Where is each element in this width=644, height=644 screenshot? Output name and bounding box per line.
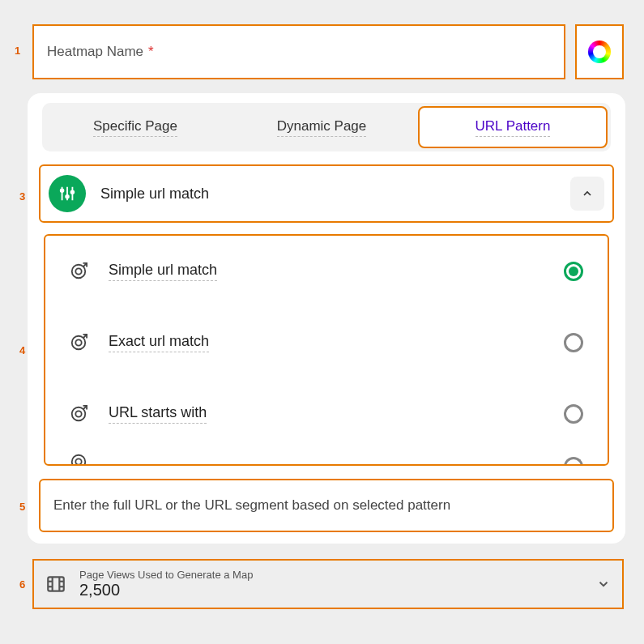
target-icon: [70, 334, 87, 352]
chevron-up-icon: [570, 177, 604, 211]
marker-1: 1: [15, 45, 20, 57]
marker-3: 3: [19, 190, 25, 203]
required-asterisk: *: [148, 44, 154, 60]
heatmap-name-input[interactable]: Heatmap Name *: [32, 24, 565, 79]
color-wheel-icon: [588, 41, 611, 63]
option-label: URL starts with: [109, 404, 207, 424]
svg-rect-17: [48, 577, 64, 591]
svg-point-13: [75, 411, 81, 416]
option-simple-url-match[interactable]: Simple url match: [70, 236, 583, 307]
config-panel: Specific Page Dynamic Page URL Pattern S…: [28, 93, 625, 544]
match-type-dropdown[interactable]: Simple url match: [39, 164, 614, 223]
tab-label: URL Pattern: [476, 118, 551, 137]
url-placeholder: Enter the full URL or the URL segment ba…: [53, 497, 450, 514]
match-type-options: Simple url match Exact url match: [44, 234, 609, 466]
page-views-selector[interactable]: Page Views Used to Generate a Map 2,500: [32, 559, 624, 609]
sliders-icon: [49, 175, 86, 212]
option-label: Simple url match: [109, 262, 217, 281]
svg-point-10: [75, 339, 81, 345]
dropdown-selected-label: Simple url match: [100, 186, 209, 203]
target-icon: [70, 405, 87, 423]
radio-selected[interactable]: [564, 262, 583, 281]
radio-cutoff: [564, 457, 583, 464]
options-scroll[interactable]: Simple url match Exact url match: [45, 236, 608, 464]
option-url-starts-with[interactable]: URL starts with: [70, 378, 583, 450]
marker-4: 4: [19, 344, 25, 356]
tab-label: Specific Page: [93, 118, 177, 137]
option-overflow[interactable]: [70, 450, 583, 464]
svg-point-15: [72, 455, 86, 464]
target-icon: [70, 262, 87, 280]
svg-point-16: [75, 458, 81, 464]
page-views-label: Page Views Used to Generate a Map: [79, 569, 253, 581]
tab-dynamic-page[interactable]: Dynamic Page: [228, 103, 415, 151]
tab-url-pattern[interactable]: URL Pattern: [418, 106, 608, 148]
page-type-tabs: Specific Page Dynamic Page URL Pattern: [42, 103, 611, 151]
radio-unselected[interactable]: [564, 404, 583, 424]
svg-point-7: [75, 268, 81, 274]
radio-unselected[interactable]: [564, 333, 583, 352]
chevron-down-icon: [596, 577, 611, 591]
svg-point-3: [66, 195, 69, 198]
tab-label: Dynamic Page: [277, 118, 367, 137]
tab-specific-page[interactable]: Specific Page: [42, 103, 228, 151]
page-views-value: 2,500: [79, 581, 253, 599]
color-picker-button[interactable]: [575, 24, 624, 79]
heatmap-name-label: Heatmap Name: [47, 44, 143, 60]
marker-6: 6: [19, 578, 25, 591]
option-label: Exact url match: [109, 333, 209, 352]
marker-5: 5: [19, 501, 25, 513]
svg-point-5: [71, 190, 75, 194]
svg-point-1: [61, 190, 64, 193]
url-pattern-input[interactable]: Enter the full URL or the URL segment ba…: [39, 479, 614, 532]
option-exact-url-match[interactable]: Exact url match: [70, 307, 583, 378]
film-icon: [45, 574, 66, 595]
target-icon: [70, 453, 87, 464]
